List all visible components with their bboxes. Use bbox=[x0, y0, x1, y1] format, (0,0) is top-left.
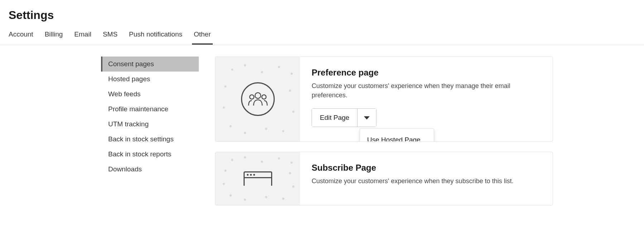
sidebar-item-profile-maintenance[interactable]: Profile maintenance bbox=[101, 102, 199, 117]
sidebar-item-web-feeds[interactable]: Web feeds bbox=[101, 87, 199, 102]
tab-billing[interactable]: Billing bbox=[45, 30, 63, 45]
subscribe-page-title: Subscribe Page bbox=[312, 163, 541, 173]
subscribe-illustration bbox=[215, 152, 300, 205]
edit-page-dropdown-menu: Use Hosted Page bbox=[360, 128, 434, 142]
preference-page-title: Preference page bbox=[312, 68, 541, 78]
main-content: Preference page Customize your customers… bbox=[199, 57, 644, 215]
sidebar-item-consent-pages[interactable]: Consent pages bbox=[101, 57, 199, 72]
edit-page-button-group: Edit Page Use Hosted Page bbox=[312, 108, 376, 127]
preference-page-description: Customize your customers' experience whe… bbox=[312, 81, 541, 100]
browser-icon bbox=[244, 171, 272, 186]
people-icon bbox=[241, 82, 275, 116]
sidebar-item-utm-tracking[interactable]: UTM tracking bbox=[101, 117, 199, 132]
sidebar-item-back-in-stock-settings[interactable]: Back in stock settings bbox=[101, 132, 199, 147]
sidebar-item-back-in-stock-reports[interactable]: Back in stock reports bbox=[101, 147, 199, 162]
preference-page-card: Preference page Customize your customers… bbox=[215, 57, 553, 142]
caret-down-icon bbox=[364, 116, 370, 120]
preference-illustration bbox=[215, 57, 300, 141]
tab-email[interactable]: Email bbox=[74, 30, 91, 45]
subscribe-page-description: Customize your customers' experience whe… bbox=[312, 176, 541, 186]
tab-sms[interactable]: SMS bbox=[103, 30, 117, 45]
sidebar-item-downloads[interactable]: Downloads bbox=[101, 162, 199, 177]
edit-page-button[interactable]: Edit Page bbox=[312, 109, 357, 127]
page-title: Settings bbox=[0, 0, 644, 25]
sidebar-item-hosted-pages[interactable]: Hosted pages bbox=[101, 72, 199, 87]
svg-point-1 bbox=[250, 95, 254, 99]
subscribe-page-card: Subscribe Page Customize your customers'… bbox=[215, 152, 553, 205]
svg-point-2 bbox=[262, 95, 266, 99]
settings-sidebar: Consent pages Hosted pages Web feeds Pro… bbox=[101, 57, 199, 215]
use-hosted-page-option[interactable]: Use Hosted Page bbox=[360, 129, 434, 142]
tab-other[interactable]: Other bbox=[194, 30, 211, 45]
tab-push-notifications[interactable]: Push notifications bbox=[129, 30, 182, 45]
svg-point-0 bbox=[255, 93, 261, 98]
tab-account[interactable]: Account bbox=[9, 30, 33, 45]
settings-tabs: Account Billing Email SMS Push notificat… bbox=[0, 25, 644, 45]
edit-page-dropdown-toggle[interactable] bbox=[357, 109, 376, 127]
